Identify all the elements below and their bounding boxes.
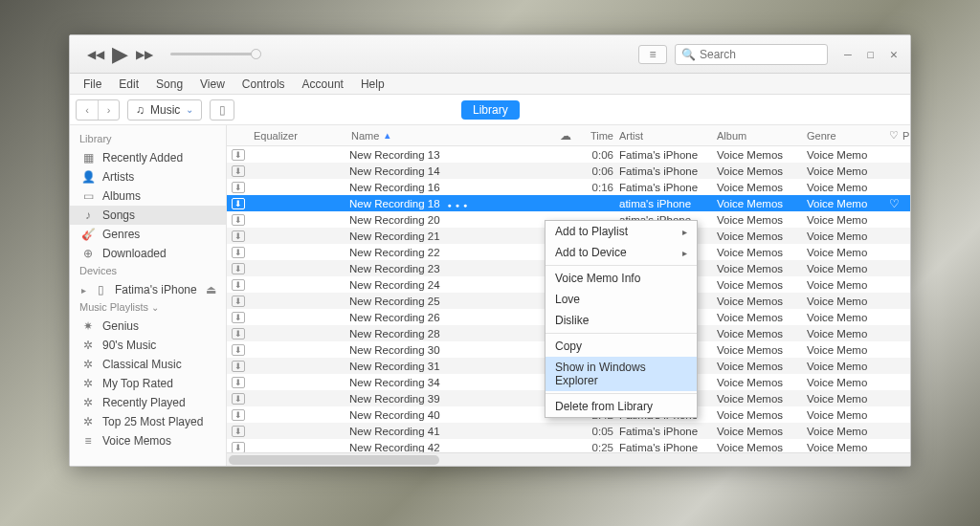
play-button[interactable]: ▶ [112, 42, 128, 67]
sidebar-item-90-s-music[interactable]: ✲90's Music [70, 336, 226, 355]
menu-edit[interactable]: Edit [111, 76, 146, 93]
col-name[interactable]: Name ▴ [349, 129, 554, 142]
nav-forward-button[interactable]: › [98, 100, 119, 120]
ctx-love[interactable]: Love [546, 289, 697, 310]
sidebar-item-top-25-most-played[interactable]: ✲Top 25 Most Played [70, 412, 226, 431]
track-name: New Recording 21 [349, 230, 440, 242]
minimize-button[interactable]: — [839, 47, 857, 61]
menu-account[interactable]: Account [295, 76, 351, 93]
horizontal-scrollbar[interactable] [227, 452, 910, 466]
track-genre: Voice Memo [807, 198, 885, 209]
track-album: Voice Memos [717, 312, 807, 323]
ctx-add-to-device[interactable]: Add to Device▸ [546, 242, 697, 263]
volume-slider[interactable] [170, 53, 256, 55]
ctx-show-in-windows-explorer[interactable]: Show in Windows Explorer [546, 357, 697, 391]
songs-icon: ♪ [81, 208, 95, 222]
sidebar-item-voice-memos[interactable]: ≡Voice Memos [70, 431, 226, 450]
menu-view[interactable]: View [192, 76, 233, 93]
menu-controls[interactable]: Controls [234, 76, 293, 93]
table-row[interactable]: ⬇New Recording 140:06Fatima's iPhoneVoic… [227, 163, 910, 179]
sidebar-item-genius[interactable]: ✷Genius [70, 317, 226, 336]
sidebar-item-my-top-rated[interactable]: ✲My Top Rated [70, 374, 226, 393]
sidebar-item-label: Songs [102, 208, 135, 222]
sidebar-section-music-playlists: Music Playlists ⌄ [70, 299, 226, 317]
ctx-item-label: Show in Windows Explorer [555, 361, 687, 387]
close-button[interactable]: ✕ [885, 47, 902, 61]
sidebar-item-albums[interactable]: ▭Albums [70, 186, 226, 206]
download-icon: ⬇ [232, 263, 245, 274]
menu-file[interactable]: File [76, 76, 109, 93]
track-name: New Recording 28 [349, 328, 440, 340]
sidebar-item-classical-music[interactable]: ✲Classical Music [70, 355, 226, 374]
track-name: New Recording 20 [349, 214, 440, 226]
library-tab[interactable]: Library [461, 100, 520, 120]
playback-controls: ◀◀ ▶ ▶▶ [70, 42, 153, 67]
previous-button[interactable]: ◀◀ [87, 48, 104, 61]
next-button[interactable]: ▶▶ [136, 48, 153, 61]
track-name: New Recording 42 [349, 442, 440, 453]
table-row[interactable]: ⬇New Recording 410:05Fatima's iPhoneVoic… [227, 423, 910, 439]
table-row[interactable]: ⬇New Recording 160:16Fatima's iPhoneVoic… [227, 179, 910, 195]
track-genre: Voice Memo [807, 296, 885, 307]
maximize-button[interactable]: ☐ [862, 47, 880, 61]
sidebar-item-label: Classical Music [102, 358, 182, 371]
table-row[interactable]: ⬇New Recording 420:25Fatima's iPhoneVoic… [227, 439, 910, 452]
sidebar-item-label: Genius [102, 319, 139, 333]
menu-song[interactable]: Song [148, 76, 190, 93]
table-row[interactable]: ⬇New Recording 130:06Fatima's iPhoneVoic… [227, 146, 910, 163]
download-icon: ⬇ [232, 279, 245, 291]
ctx-delete-from-library[interactable]: Delete from Library [546, 396, 697, 417]
sidebar-item-artists[interactable]: 👤Artists [70, 167, 226, 186]
sidebar-item-genres[interactable]: 🎸Genres [70, 225, 226, 244]
sidebar-item-downloaded[interactable]: ⊕Downloaded [70, 244, 226, 263]
track-album: Voice Memos [717, 409, 807, 421]
col-cloud[interactable]: ☁ [554, 129, 577, 142]
sidebar-item-label: Albums [102, 189, 141, 203]
track-name: New Recording 23 [349, 263, 440, 274]
search-box[interactable]: 🔍 [675, 44, 828, 65]
col-album[interactable]: Album [717, 130, 807, 142]
media-type-selector[interactable]: ♫ Music ⌄ [127, 99, 202, 121]
media-type-label: Music [150, 103, 180, 117]
col-last[interactable]: P [902, 130, 910, 142]
download-icon: ⬇ [232, 409, 245, 421]
ctx-item-label: Voice Memo Info [555, 272, 640, 285]
list-view-button[interactable]: ≡ [638, 45, 667, 64]
sidebar-section-library: Library [70, 131, 226, 148]
ellipsis-icon[interactable]: ● ● ● [448, 202, 469, 208]
track-artist: Fatima's iPhone [619, 442, 717, 453]
track-album: Voice Memos [717, 198, 807, 209]
ctx-add-to-playlist[interactable]: Add to Playlist▸ [546, 221, 697, 242]
device-button[interactable]: ▯ [210, 99, 234, 121]
favorite-cell[interactable]: ♡ [885, 197, 902, 210]
col-favorite[interactable]: ♡ [885, 129, 902, 142]
ctx-copy[interactable]: Copy [546, 336, 697, 357]
col-genre[interactable]: Genre [807, 130, 885, 142]
col-time[interactable]: Time [577, 130, 619, 142]
nav-back-button[interactable]: ‹ [77, 100, 98, 120]
col-artist[interactable]: Artist [619, 130, 717, 142]
gear-icon: ✷ [81, 319, 95, 333]
chevron-down-icon: ⌄ [186, 104, 193, 115]
track-album: Voice Memos [717, 182, 807, 193]
ctx-item-label: Add to Device [555, 246, 627, 259]
track-album: Voice Memos [717, 296, 807, 307]
table-row[interactable]: ⬇New Recording 18● ● ●atima's iPhoneVoic… [227, 195, 910, 211]
ctx-item-label: Delete from Library [555, 400, 653, 413]
menu-help[interactable]: Help [353, 76, 392, 93]
sidebar-item-recently-added[interactable]: ▦Recently Added [70, 148, 226, 167]
sidebar-item-recently-played[interactable]: ✲Recently Played [70, 393, 226, 412]
track-album: Voice Memos [717, 263, 807, 274]
gear-icon: ✲ [81, 377, 95, 390]
sidebar-item-fatima-s-iphone[interactable]: ▸▯Fatima's iPhone⏏ [70, 280, 226, 299]
download-icon: ⬇ [232, 344, 245, 356]
ctx-voice-memo-info[interactable]: Voice Memo Info [546, 268, 697, 289]
ctx-dislike[interactable]: Dislike [546, 310, 697, 331]
track-artist: Fatima's iPhone [619, 426, 717, 437]
eject-icon[interactable]: ⏏ [206, 283, 216, 296]
track-name: New Recording 24 [349, 279, 440, 291]
col-equalizer[interactable]: Equalizer [250, 130, 349, 142]
cloud-icon: ☁ [560, 129, 571, 142]
sidebar-item-songs[interactable]: ♪Songs [70, 206, 226, 225]
search-input[interactable] [700, 48, 821, 61]
